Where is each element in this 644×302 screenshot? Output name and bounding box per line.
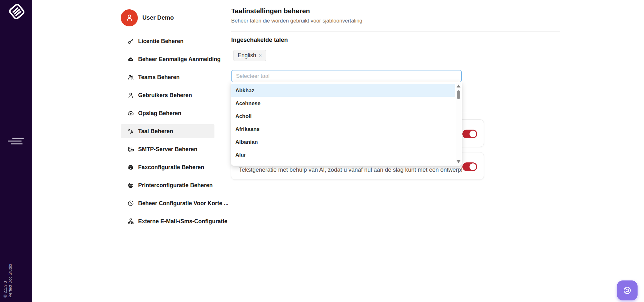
language-option-label: Alur — [235, 152, 246, 158]
nav-item[interactable]: Opslag Beheren — [121, 106, 214, 120]
nav-item-label: Licentie Beheren — [138, 38, 184, 45]
nav-item[interactable]: Taal Beheren — [121, 124, 214, 138]
nav-item[interactable]: Licentie Beheren — [121, 34, 214, 48]
nav-item[interactable]: Faxconfiguratie Beheren — [121, 160, 214, 174]
brand-logo-icon — [8, 3, 26, 21]
scroll-up-icon[interactable] — [457, 85, 460, 87]
nav-item-label: Printerconfiguratie Beheren — [138, 182, 213, 189]
hamburger-menu-icon[interactable] — [8, 137, 24, 145]
nav-item-label: Taal Beheren — [138, 128, 173, 135]
nav-item-label: Externe E-Mail-/Sms-Configuratie — [138, 218, 227, 225]
scrollbar-thumb[interactable] — [457, 90, 460, 99]
divider — [231, 31, 560, 32]
cloud-upload-icon — [127, 110, 134, 117]
key-icon — [127, 38, 134, 45]
translate-icon — [127, 128, 134, 135]
printer-icon — [127, 182, 134, 189]
cloud-key-icon — [127, 56, 134, 63]
nav-item[interactable]: SMTP-Server Beheren — [121, 142, 214, 156]
language-option-label: Amharic — [235, 165, 257, 166]
nav-item[interactable]: Printerconfiguratie Beheren — [121, 178, 214, 192]
language-option[interactable]: Albanian — [231, 135, 455, 148]
person-icon — [125, 13, 134, 23]
dots-circle-icon — [127, 200, 134, 207]
language-option-label: Acehnese — [235, 100, 260, 106]
enabled-language-chips: English × — [233, 50, 266, 61]
remove-language-icon[interactable]: × — [259, 53, 261, 59]
nav-item-label: Opslag Beheren — [138, 110, 181, 117]
toggle-knob — [469, 163, 476, 170]
feature-toggle[interactable] — [462, 162, 477, 171]
person-icon — [127, 92, 134, 99]
feature-card-text: Tekstgeneratie met behulp van AI, zodat … — [239, 167, 462, 173]
main-content: Taalinstellingen beheren Beheer talen di… — [231, 0, 560, 302]
sidebar-rail: © 2.1.3.0 Perfect Doc Studio — [0, 0, 32, 302]
avatar — [121, 9, 138, 26]
app-root: © 2.1.3.0 Perfect Doc Studio User Demo L… — [0, 0, 644, 302]
language-chip: English × — [233, 50, 266, 61]
mail-server-icon — [127, 146, 134, 153]
user-profile[interactable]: User Demo — [121, 8, 214, 27]
sitemap-icon — [127, 218, 134, 225]
help-button[interactable] — [617, 280, 638, 300]
page-subtitle: Beheer talen die worden gebruikt voor sj… — [231, 18, 362, 24]
life-buoy-icon — [622, 286, 632, 295]
user-name: User Demo — [142, 14, 174, 21]
language-dropdown: Abkhaz Acehnese Acholi Afrikaans Albania… — [231, 82, 462, 166]
toggle-knob — [469, 131, 476, 137]
language-search-input[interactable] — [231, 70, 462, 82]
nav-item-label: Faxconfiguratie Beheren — [138, 164, 204, 171]
language-option[interactable]: Acehnese — [231, 97, 455, 110]
dropdown-scrollbar[interactable] — [456, 83, 461, 164]
nav-item-label: Beheer Eenmalige Aanmelding — [138, 56, 221, 63]
nav-item-label: Beheer Configuratie Voor Korte ... — [138, 200, 229, 207]
language-option[interactable]: Alur — [231, 148, 455, 161]
language-option[interactable]: Abkhaz — [231, 84, 455, 97]
page-title: Taalinstellingen beheren — [231, 7, 310, 15]
section-heading: Ingeschakelde talen — [231, 36, 288, 43]
language-option-label: Acholi — [235, 113, 251, 119]
copyright-text: © 2.1.3.0 Perfect Doc Studio — [3, 264, 13, 297]
copyright-brand: Perfect Doc Studio — [8, 264, 13, 297]
copyright-version: © 2.1.3.0 — [3, 264, 8, 297]
scroll-down-icon[interactable] — [457, 160, 460, 163]
nav-item[interactable]: Beheer Configuratie Voor Korte ... — [121, 196, 214, 210]
language-option-label: Abkhaz — [235, 87, 254, 94]
language-option-label: Albanian — [235, 139, 258, 145]
admin-nav: Licentie Beheren Beheer Eenmalige Aanmel… — [121, 34, 214, 232]
nav-item-label: SMTP-Server Beheren — [138, 146, 197, 153]
nav-item[interactable]: Externe E-Mail-/Sms-Configuratie — [121, 214, 214, 228]
nav-item-label: Teams Beheren — [138, 74, 180, 81]
nav-item[interactable]: Beheer Eenmalige Aanmelding — [121, 52, 214, 66]
language-select: Abkhaz Acehnese Acholi Afrikaans Albania… — [231, 70, 462, 82]
nav-item[interactable]: Teams Beheren — [121, 70, 214, 84]
language-option[interactable]: Amharic — [231, 161, 455, 166]
language-option[interactable]: Acholi — [231, 110, 455, 123]
language-option[interactable]: Afrikaans — [231, 123, 455, 135]
people-icon — [127, 74, 134, 81]
nav-item-label: Gebruikers Beheren — [138, 92, 192, 99]
language-chip-label: English — [238, 52, 256, 59]
feature-toggle[interactable] — [462, 130, 477, 138]
fax-icon — [127, 164, 134, 171]
nav-item[interactable]: Gebruikers Beheren — [121, 88, 214, 102]
language-option-label: Afrikaans — [235, 126, 260, 132]
